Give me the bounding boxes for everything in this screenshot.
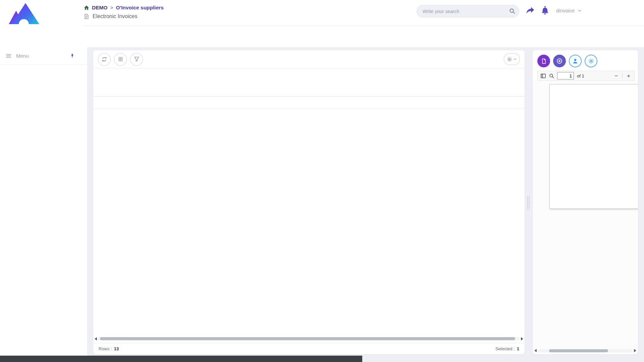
pdf-sidebar-toggle-icon[interactable] <box>540 73 546 79</box>
table-toolbar <box>93 50 525 68</box>
assign-user-button[interactable] <box>569 55 582 67</box>
scrollbar-thumb[interactable] <box>100 337 515 340</box>
columns-icon <box>118 56 123 62</box>
pdf-scroll-right-arrow[interactable] <box>634 349 636 352</box>
pdf-document-button[interactable] <box>537 55 550 67</box>
chevdown-icon <box>513 57 517 61</box>
pdfdoc-icon <box>541 58 547 64</box>
table-settings-button[interactable] <box>504 53 520 65</box>
burger-icon <box>6 53 11 59</box>
breadcrumb-home[interactable]: DEMO <box>92 5 108 11</box>
pdf-action-buttons <box>533 50 638 70</box>
home-icon <box>84 5 89 10</box>
username: dinvoice <box>556 8 575 13</box>
owork-logo-mountain-icon <box>7 2 40 24</box>
share-icon[interactable] <box>525 6 535 15</box>
rows-count: Rows :13 <box>99 346 119 351</box>
breadcrumb-section[interactable]: O'Invoice suppliers <box>116 5 164 11</box>
home-icon[interactable] <box>84 5 89 10</box>
table-footer: Rows :13 Selected :1 <box>93 343 525 354</box>
selected-count: Selected :1 <box>495 346 519 351</box>
pdf-page <box>549 84 638 209</box>
refresh-icon <box>101 56 107 62</box>
pin-icon[interactable] <box>70 53 75 58</box>
breadcrumb: DEMO > O'Invoice suppliers <box>84 5 164 11</box>
page-title: Electronic Invoices <box>93 13 137 19</box>
pdf-preview-card: of 1 − + <box>533 50 638 354</box>
app-root: DEMO > O'Invoice suppliers Electronic In… <box>0 0 644 362</box>
sidebar: Menu <box>0 47 87 356</box>
viewtoggle-icon <box>540 73 546 79</box>
columns-button[interactable] <box>114 53 127 66</box>
pdf-settings-button[interactable] <box>585 55 597 67</box>
pdf-viewer-area[interactable] <box>533 81 638 349</box>
page-title-row: Electronic Invoices <box>84 13 137 19</box>
scrollbar-track[interactable] <box>98 337 520 341</box>
page-document-icon <box>84 14 89 19</box>
invoice-document <box>550 84 638 89</box>
top-header: DEMO > O'Invoice suppliers Electronic In… <box>0 0 644 47</box>
pdf-scroll-left-arrow[interactable] <box>534 349 537 352</box>
zoom-in-button[interactable]: + <box>626 73 632 79</box>
arrowcircle-icon <box>556 58 562 64</box>
owork-logo <box>6 2 41 26</box>
breadcrumb-separator: > <box>110 5 113 11</box>
table-filter-row <box>93 97 525 109</box>
chevron-down-icon <box>577 8 582 13</box>
scroll-left-arrow[interactable] <box>95 337 97 341</box>
search-icon <box>549 73 554 78</box>
open-invoice-button[interactable] <box>553 55 566 67</box>
notifications-bell-icon[interactable] <box>540 5 550 15</box>
person-icon <box>572 58 578 64</box>
doc-icon <box>84 14 89 19</box>
pdf-viewer-toolbar: of 1 − + <box>537 71 635 81</box>
pin-icon <box>70 53 75 58</box>
status-filter-tabs <box>93 68 525 84</box>
share-icon <box>525 6 535 15</box>
pdf-search-icon[interactable] <box>549 73 554 78</box>
pdf-scrollbar-track[interactable] <box>538 349 633 353</box>
global-search <box>417 5 519 17</box>
zoom-out-button[interactable]: − <box>613 73 619 79</box>
header-divider <box>84 25 644 26</box>
hamburger-menu-icon[interactable] <box>6 53 11 59</box>
scroll-right-arrow[interactable] <box>521 337 523 341</box>
table-empty-space <box>93 109 525 337</box>
search-input[interactable] <box>417 5 519 17</box>
user-menu[interactable]: dinvoice <box>556 8 582 13</box>
menu-label: Menu <box>16 53 29 59</box>
taskbar-strip <box>0 356 362 362</box>
table-horizontal-scrollbar <box>95 337 523 341</box>
filter-button[interactable] <box>130 53 143 66</box>
search-icon <box>509 8 515 14</box>
search-icon[interactable] <box>509 8 515 14</box>
page-count-label: of 1 <box>577 73 584 78</box>
pdf-horizontal-scrollbar <box>534 349 636 353</box>
bell-icon <box>540 5 550 15</box>
funnel-icon <box>134 56 140 62</box>
gear-icon <box>507 57 512 62</box>
gear-icon <box>588 58 594 64</box>
invoice-table-card: Rows :13 Selected :1 <box>93 50 525 354</box>
refresh-button[interactable] <box>98 53 111 66</box>
sidebar-menu-header[interactable]: Menu <box>0 47 87 65</box>
panel-resize-handle[interactable] <box>527 196 530 209</box>
chevdown-icon <box>577 8 582 13</box>
main-content: Rows :13 Selected :1 of 1 − <box>87 47 644 356</box>
pdf-scrollbar-thumb[interactable] <box>549 349 608 352</box>
table-header-row <box>93 84 525 97</box>
page-number-input[interactable] <box>557 72 574 79</box>
toolbar-divider <box>622 73 623 78</box>
